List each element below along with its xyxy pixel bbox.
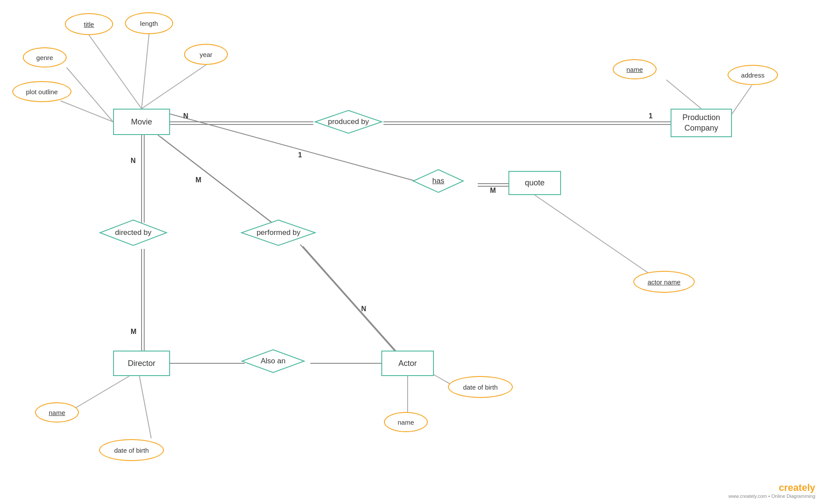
svg-line-16	[160, 137, 274, 224]
attribute-director-dob: date of birth	[99, 439, 164, 461]
attribute-length: length	[125, 12, 173, 34]
svg-line-25	[68, 376, 129, 412]
attribute-actor-dob: date of birth	[448, 376, 513, 398]
svg-line-18	[303, 246, 397, 352]
cardinality-movie-directed-n: N	[131, 157, 136, 165]
svg-line-3	[67, 67, 113, 122]
svg-line-15	[158, 135, 272, 223]
cardinality-has-quote-m: M	[490, 187, 496, 195]
attribute-director-name: name	[35, 402, 79, 422]
entity-quote: quote	[508, 171, 561, 195]
svg-line-1	[142, 34, 149, 109]
attribute-actor-name: actor name	[633, 271, 695, 293]
svg-line-4	[60, 101, 113, 122]
creately-logo: creately www.creately.com • Online Diagr…	[728, 482, 815, 499]
attribute-year: year	[184, 44, 228, 65]
svg-line-17	[300, 245, 394, 351]
attribute-plot-outline: plot outline	[12, 81, 71, 102]
svg-line-9	[666, 80, 701, 109]
cardinality-actor-performed-n: N	[361, 305, 366, 313]
attribute-prod-address: address	[728, 65, 778, 85]
attribute-actor-name-label: name	[384, 412, 428, 432]
entity-director: Director	[113, 351, 170, 376]
attribute-title: title	[65, 13, 113, 35]
svg-line-26	[139, 376, 151, 438]
svg-line-10	[732, 85, 752, 114]
relation-produced-by: produced by	[313, 109, 384, 135]
relation-directed-by: directed by	[98, 218, 168, 247]
diagram-canvas: Movie ProductionCompany Director Actor q…	[0, 0, 824, 504]
entity-actor: Actor	[381, 351, 434, 376]
svg-line-22	[535, 195, 662, 282]
svg-line-2	[142, 65, 206, 109]
svg-line-19	[170, 114, 425, 184]
cardinality-prodco-produced: 1	[649, 112, 653, 120]
attribute-prod-name: name	[613, 59, 657, 79]
attribute-genre: genre	[23, 47, 67, 67]
entity-production-company: ProductionCompany	[671, 109, 732, 137]
relation-has: has	[412, 168, 465, 194]
svg-line-0	[89, 35, 142, 109]
entity-movie: Movie	[113, 109, 170, 135]
cardinality-movie-has-1: 1	[298, 151, 302, 159]
cardinality-movie-performed-m: M	[195, 176, 201, 184]
relation-also-an: Also an	[240, 348, 306, 374]
cardinality-director-directed-m: M	[131, 328, 136, 336]
cardinality-movie-produced: N	[183, 112, 188, 120]
relation-performed-by: performed by	[240, 218, 317, 247]
